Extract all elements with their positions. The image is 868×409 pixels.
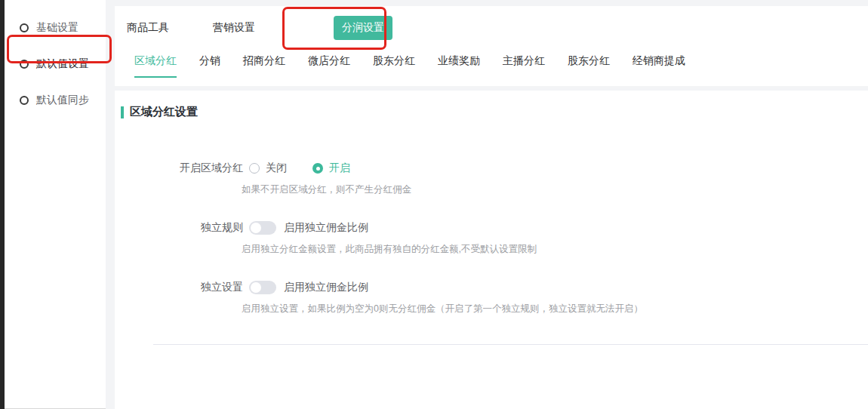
field-label: 开启区域分红 — [115, 161, 249, 175]
field-label: 独立设置 — [115, 281, 249, 294]
form-row-independent-rule: 独立规则 启用独立佣金比例 — [115, 221, 868, 235]
top-tabs-row: 商品工具 营销设置 分润设置 — [115, 6, 868, 50]
tab-profit-settings[interactable]: 分润设置 — [334, 16, 392, 40]
radio-circle-icon — [20, 60, 29, 69]
sidebar-item-label: 默认值同步 — [36, 94, 89, 107]
subtab-region-dividend[interactable]: 区域分红 — [134, 54, 177, 78]
settings-form: 开启区域分红 关闭 开启 如果不开启区域分红，则不产生分红佣金 — [115, 161, 868, 345]
radio-unselected-icon[interactable] — [249, 163, 260, 174]
section-title-text: 区域分红设置 — [130, 105, 198, 119]
sidebar-item-basic-settings[interactable]: 基础设置 — [5, 15, 106, 41]
subtab-performance-reward[interactable]: 业绩奖励 — [438, 54, 480, 76]
radio-option-on[interactable]: 开启 — [312, 161, 350, 175]
section-title: 区域分红设置 — [121, 105, 868, 119]
form-row-independent-setting: 独立设置 启用独立佣金比例 — [115, 281, 868, 294]
field-hint: 启用独立分红金额设置，此商品拥有独自的分红金额,不受默认设置限制 — [242, 243, 868, 256]
radio-group: 关闭 开启 — [249, 161, 376, 175]
toggle-label: 启用独立佣金比例 — [284, 281, 368, 294]
settings-content-card: 区域分红设置 开启区域分红 关闭 开启 — [115, 91, 868, 409]
field-hint: 如果不开启区域分红，则不产生分红佣金 — [242, 183, 868, 196]
tab-product-tools[interactable]: 商品工具 — [127, 21, 169, 35]
main-area: 商品工具 营销设置 分润设置 区域分红 分销 招商分红 微店分红 股东分红 业绩… — [115, 0, 868, 409]
field-label: 独立规则 — [115, 221, 249, 235]
subtab-distribution[interactable]: 分销 — [199, 54, 220, 76]
subtab-shareholder-dividend-2[interactable]: 股东分红 — [568, 54, 610, 76]
toggle-knob — [251, 223, 261, 233]
radio-option-off[interactable]: 关闭 — [249, 161, 287, 175]
section-title-accent-bar — [121, 106, 124, 118]
subtab-shareholder-dividend[interactable]: 股东分红 — [373, 54, 415, 76]
sidebar-item-default-sync[interactable]: 默认值同步 — [5, 88, 106, 113]
subtab-dealer-commission[interactable]: 经销商提成 — [633, 54, 685, 76]
sidebar-item-label: 基础设置 — [36, 21, 78, 35]
sub-tabs-row: 区域分红 分销 招商分红 微店分红 股东分红 业绩奖励 主播分红 股东分红 经销… — [115, 54, 868, 78]
radio-circle-icon — [20, 23, 29, 32]
independent-setting-toggle[interactable] — [249, 281, 276, 294]
subtab-merchant-dividend[interactable]: 招商分红 — [243, 54, 285, 76]
toggle-label: 启用独立佣金比例 — [284, 221, 368, 235]
form-row-enable-region-dividend: 开启区域分红 关闭 开启 — [115, 161, 868, 175]
subtab-anchor-dividend[interactable]: 主播分红 — [503, 54, 545, 76]
page-root: 基础设置 默认值设置 默认值同步 商品工具 营销设置 分润设置 区域分红 分销 … — [0, 0, 868, 409]
section-divider — [153, 344, 868, 345]
radio-option-label: 开启 — [329, 161, 350, 175]
sidebar-item-default-settings[interactable]: 默认值设置 — [5, 51, 106, 77]
subtab-microstore-dividend[interactable]: 微店分红 — [308, 54, 350, 76]
tabs-header-card: 商品工具 营销设置 分润设置 区域分红 分销 招商分红 微店分红 股东分红 业绩… — [115, 6, 868, 86]
sidebar: 基础设置 默认值设置 默认值同步 — [5, 0, 106, 409]
independent-rule-toggle[interactable] — [249, 221, 276, 235]
radio-selected-icon[interactable] — [312, 163, 323, 174]
tab-marketing-settings[interactable]: 营销设置 — [213, 21, 255, 35]
radio-circle-icon — [20, 96, 29, 105]
sidebar-item-label: 默认值设置 — [36, 57, 89, 71]
radio-option-label: 关闭 — [266, 161, 287, 175]
toggle-knob — [251, 282, 261, 293]
field-hint: 启用独立设置，如果比例为空为0则无分红佣金（开启了第一个独立规则，独立设置就无法… — [242, 303, 868, 315]
